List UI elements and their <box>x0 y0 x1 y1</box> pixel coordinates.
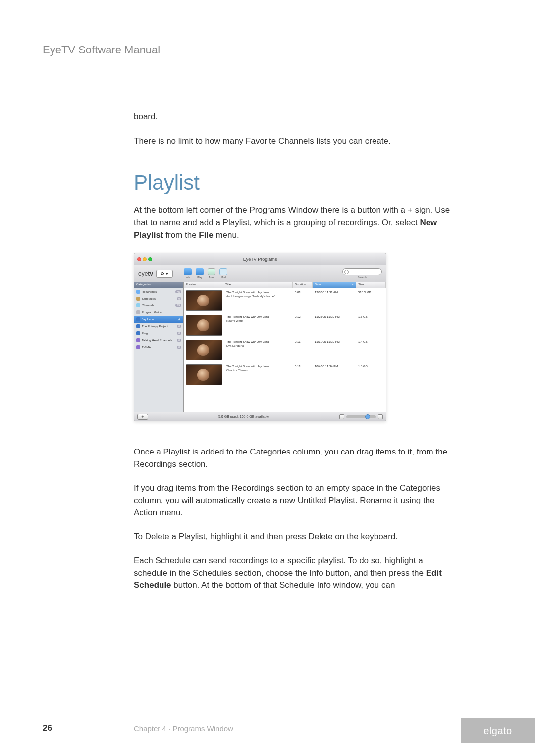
action-menu[interactable]: ✿ ▾ <box>156 270 173 278</box>
playlist-icon <box>136 338 140 342</box>
sidebar-item[interactable]: Pingu0 <box>134 330 183 337</box>
row-subtitle: Eva Longoria <box>226 344 293 348</box>
paragraph: Once a Playlist is added to the Categori… <box>134 446 451 470</box>
col-size[interactable]: Size <box>356 282 386 288</box>
table-row[interactable]: The Tonight Show with Jay LenoNaomi Watt… <box>184 313 386 338</box>
column-headers[interactable]: Preview Title Duration Date Size <box>184 282 386 288</box>
col-preview[interactable]: Preview <box>184 282 223 288</box>
count-badge: 69 <box>175 304 181 307</box>
preview-thumbnail[interactable] <box>186 315 222 336</box>
toast-button[interactable]: Toast <box>207 268 216 279</box>
sidebar-item[interactable]: Talking Head Channels0 <box>134 337 183 344</box>
text-bold: tv <box>148 270 153 277</box>
search-input[interactable] <box>342 268 382 275</box>
row-size: 1.6 GB <box>356 365 386 386</box>
col-date[interactable]: Date <box>313 282 356 288</box>
section-title: Playlist <box>134 171 451 195</box>
table-row[interactable]: The Tonight Show with Jay LenoAvril Lavi… <box>184 288 386 313</box>
table-row[interactable]: The Tonight Show with Jay LenoEva Longor… <box>184 338 386 362</box>
row-size: 1.5 GB <box>356 315 386 337</box>
status-text: 5.0 GB used, 105.6 GB available <box>148 415 339 418</box>
preview-thumbnail[interactable] <box>186 364 222 385</box>
playlist-icon <box>136 317 140 321</box>
sidebar-item-label: Talking Head Channels <box>142 339 172 342</box>
playlist-icon <box>136 290 140 294</box>
text: menu. <box>214 230 239 240</box>
label: Toast <box>209 276 214 279</box>
sidebar-item-label: Jay Leno <box>142 318 154 321</box>
sidebar-item[interactable]: The Entropy Project0 <box>134 323 183 330</box>
window-title: EyeTV Programs <box>134 257 386 262</box>
row-size: 1.4 GB <box>356 340 386 361</box>
info-button[interactable]: Info <box>183 268 193 279</box>
sidebar-header: Categories <box>134 282 183 288</box>
play-button[interactable]: Play <box>195 268 205 279</box>
playlist-icon <box>136 303 140 307</box>
app-logo: eyetv <box>138 270 153 277</box>
sidebar-item[interactable]: TV-MA0 <box>134 344 183 351</box>
playlist-icon <box>136 324 140 328</box>
paragraph: If you drag items from the Recordings se… <box>134 482 451 519</box>
row-subtitle: Naomi Watts <box>226 319 293 323</box>
col-title[interactable]: Title <box>223 282 293 288</box>
text: from the <box>163 230 199 240</box>
main-content: board. There is no limit to how many Fav… <box>134 111 451 592</box>
row-date: 11/28/05 11:33 PM <box>313 315 356 337</box>
paragraph: At the bottom left corner of the Program… <box>134 204 451 241</box>
playlist-icon <box>136 297 140 301</box>
toolbar: eyetv ✿ ▾ Info Play Toast iPod Search <box>134 265 386 282</box>
sidebar-item-label: TV-MA <box>142 346 151 349</box>
row-subtitle: Avril Lavigne sings "Nobody's Home" <box>226 295 293 299</box>
thumbnail-size-slider[interactable] <box>346 415 376 418</box>
sidebar-item[interactable]: Channels69 <box>134 302 183 309</box>
label: iPod <box>221 276 226 279</box>
sidebar-item[interactable]: Schedules0 <box>134 295 183 302</box>
row-title: The Tonight Show with Jay Leno <box>226 315 293 319</box>
chapter-label: Chapter 4 · Programs Window <box>134 724 492 733</box>
sidebar-item[interactable]: Jay Leno4 <box>134 316 183 323</box>
brand-badge: elgato <box>461 718 535 743</box>
page-header: EyeTV Software Manual <box>43 44 492 56</box>
sidebar-item-label: Program Guide <box>142 311 162 314</box>
count-badge: 0 <box>177 325 181 328</box>
sidebar-item-label: Recordings <box>142 290 157 293</box>
sidebar: Categories Recordings45Schedules0Channel… <box>134 282 184 412</box>
sidebar-item-label: Pingu <box>142 332 149 335</box>
preview-thumbnail[interactable] <box>186 290 222 311</box>
playlist-icon <box>136 345 140 349</box>
sidebar-item-label: Channels <box>142 304 154 307</box>
text: button. At the bottom of that Schedule I… <box>171 580 395 590</box>
label: Info <box>186 276 190 279</box>
paragraph: To Delete a Playlist, highlight it and t… <box>134 531 451 543</box>
sidebar-item-label: The Entropy Project <box>142 325 168 328</box>
ipod-button[interactable]: iPod <box>218 268 228 279</box>
sidebar-item[interactable]: Program Guide <box>134 309 183 316</box>
size-small-icon[interactable] <box>339 414 344 419</box>
row-date: 10/4/05 11:34 PM <box>313 365 356 386</box>
sidebar-item-label: Schedules <box>142 297 156 300</box>
playlist-icon <box>136 310 140 314</box>
size-large-icon[interactable] <box>378 414 383 419</box>
page-number: 26 <box>43 723 134 733</box>
text: eye <box>138 270 148 277</box>
playlist-icon <box>136 331 140 335</box>
table-row[interactable]: The Tonight Show with Jay LenoCharlize T… <box>184 362 386 387</box>
sidebar-item[interactable]: Recordings45 <box>134 288 183 295</box>
row-duration: 0:12 <box>293 315 313 337</box>
row-date: 12/8/05 11:31 AM <box>313 291 356 312</box>
count-badge: 0 <box>177 339 181 342</box>
page-footer: 26 Chapter 4 · Programs Window <box>0 723 535 733</box>
row-title: The Tonight Show with Jay Leno <box>226 365 293 369</box>
count-badge: 0 <box>177 297 181 300</box>
paragraph: board. <box>134 111 451 123</box>
preview-thumbnail[interactable] <box>186 340 222 360</box>
add-playlist-button[interactable]: + <box>137 414 148 420</box>
text-bold: File <box>199 230 213 240</box>
col-duration[interactable]: Duration <box>293 282 313 288</box>
window-titlebar: EyeTV Programs <box>134 253 386 265</box>
count-badge: 0 <box>177 332 181 335</box>
text: Each Schedule can send recordings to a s… <box>134 556 426 578</box>
count-badge: 45 <box>175 290 181 293</box>
search-label: Search <box>357 276 367 279</box>
paragraph: There is no limit to how many Favorite C… <box>134 135 451 148</box>
